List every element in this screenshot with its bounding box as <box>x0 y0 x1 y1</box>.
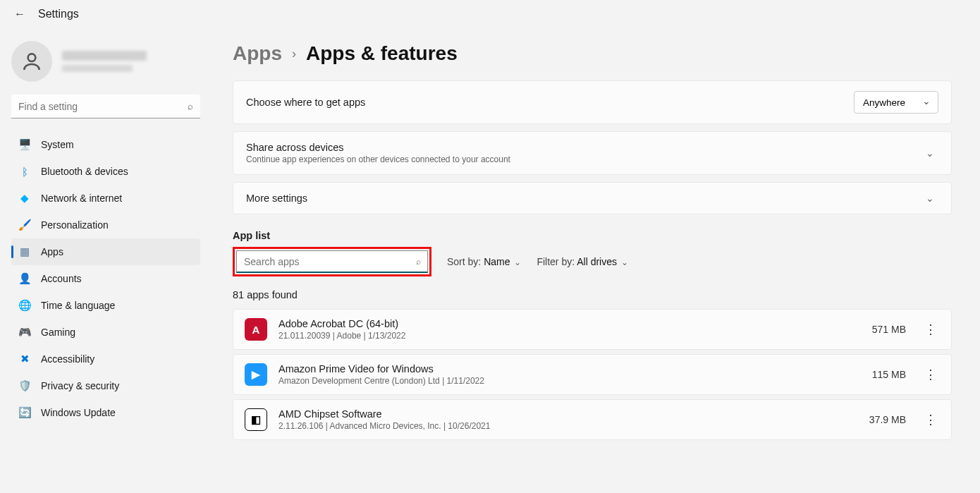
filter-label: Filter by: <box>537 256 575 267</box>
time-language-icon: 🌐 <box>18 299 31 312</box>
app-info: Adobe Acrobat DC (64-bit)21.011.20039 | … <box>278 318 845 341</box>
app-list: AAdobe Acrobat DC (64-bit)21.011.20039 |… <box>233 309 952 440</box>
person-icon <box>20 50 43 73</box>
app-info: Amazon Prime Video for WindowsAmazon Dev… <box>278 363 845 386</box>
app-list-controls: ⌕ Sort by: Name ⌄ Filter by: All drives … <box>233 247 952 276</box>
app-name: AMD Chipset Software <box>278 408 845 420</box>
sidebar-item-label: Bluetooth & devices <box>41 166 128 177</box>
sidebar-item-windows-update[interactable]: 🔄Windows Update <box>11 399 200 426</box>
share-across-card[interactable]: Share across devices Continue app experi… <box>233 131 952 175</box>
sidebar-item-privacy-security[interactable]: 🛡️Privacy & security <box>11 372 200 399</box>
sidebar-item-personalization[interactable]: 🖌️Personalization <box>11 212 200 238</box>
system-icon: 🖥️ <box>18 138 31 151</box>
app-info: AMD Chipset Software2.11.26.106 | Advanc… <box>278 408 845 431</box>
choose-where-dropdown[interactable]: Anywhere <box>854 91 938 114</box>
choose-where-title: Choose where to get apps <box>246 97 365 108</box>
sidebar-item-label: Gaming <box>41 327 75 338</box>
share-across-sub: Continue app experiences on other device… <box>246 154 510 164</box>
search-apps-highlight: ⌕ <box>233 247 431 276</box>
app-size: 115 MB <box>857 369 906 380</box>
choose-where-card[interactable]: Choose where to get apps Anywhere <box>233 80 952 124</box>
avatar <box>11 41 52 82</box>
apps-icon: ▦ <box>18 245 31 258</box>
sidebar-item-label: Time & language <box>41 300 115 311</box>
personalization-icon: 🖌️ <box>18 219 31 231</box>
more-settings-card[interactable]: More settings ⌄ <box>233 182 952 214</box>
more-options-icon[interactable]: ⋮ <box>921 412 940 427</box>
find-setting-input[interactable] <box>11 95 200 118</box>
chevron-down-icon: ⌄ <box>921 193 938 204</box>
app-list-heading: App list <box>233 230 952 241</box>
sort-value: Name <box>484 256 510 267</box>
app-size: 37.9 MB <box>857 414 906 425</box>
app-icon: ◧ <box>245 408 267 431</box>
search-icon: ⌕ <box>188 101 193 111</box>
search-icon: ⌕ <box>416 257 421 267</box>
sidebar-item-label: Network & internet <box>41 193 122 204</box>
apps-found-count: 81 apps found <box>233 289 952 300</box>
sidebar-item-label: Personalization <box>41 219 109 231</box>
app-meta: 2.11.26.106 | Advanced Micro Devices, In… <box>278 421 845 431</box>
sidebar-item-label: Privacy & security <box>41 380 119 391</box>
sidebar-item-accounts[interactable]: 👤Accounts <box>11 265 200 292</box>
more-options-icon[interactable]: ⋮ <box>921 322 940 337</box>
titlebar: ← Settings <box>0 0 980 28</box>
find-setting-wrap: ⌕ <box>11 95 200 118</box>
chevron-down-icon: ⌄ <box>514 257 521 267</box>
sidebar-nav: 🖥️SystemᛒBluetooth & devices◆Network & i… <box>11 131 200 426</box>
app-row[interactable]: ▶Amazon Prime Video for WindowsAmazon De… <box>233 354 952 395</box>
svg-point-0 <box>28 54 36 61</box>
chevron-down-icon: ⌄ <box>921 147 938 159</box>
breadcrumb: Apps › Apps & features <box>233 42 952 65</box>
sort-label: Sort by: <box>447 256 481 267</box>
chevron-down-icon: ⌄ <box>621 257 628 267</box>
app-icon: A <box>245 318 267 341</box>
accessibility-icon: ✖ <box>18 353 31 365</box>
sidebar: ⌕ 🖥️SystemᛒBluetooth & devices◆Network &… <box>0 28 212 493</box>
search-apps-input[interactable] <box>236 250 428 273</box>
sidebar-item-accessibility[interactable]: ✖Accessibility <box>11 346 200 372</box>
sidebar-item-network-internet[interactable]: ◆Network & internet <box>11 185 200 212</box>
accounts-icon: 👤 <box>18 272 31 285</box>
window-title: Settings <box>38 8 79 20</box>
app-row[interactable]: AAdobe Acrobat DC (64-bit)21.011.20039 |… <box>233 309 952 350</box>
profile-sub-redacted <box>62 65 133 72</box>
sidebar-item-time-language[interactable]: 🌐Time & language <box>11 292 200 319</box>
app-size: 571 MB <box>857 324 906 335</box>
sidebar-item-label: Accounts <box>41 273 82 284</box>
sidebar-item-apps[interactable]: ▦Apps <box>11 238 200 265</box>
share-across-title: Share across devices <box>246 142 510 153</box>
filter-value: All drives <box>577 256 617 267</box>
app-meta: 21.011.20039 | Adobe | 1/13/2022 <box>278 331 845 341</box>
chevron-right-icon: › <box>292 47 296 61</box>
windows-update-icon: 🔄 <box>18 406 31 419</box>
main-content: Apps › Apps & features Choose where to g… <box>212 28 980 493</box>
profile-block[interactable] <box>11 41 200 82</box>
bluetooth-devices-icon: ᛒ <box>18 165 31 178</box>
filter-by[interactable]: Filter by: All drives ⌄ <box>537 256 628 267</box>
more-settings-title: More settings <box>246 193 307 204</box>
app-row[interactable]: ◧AMD Chipset Software2.11.26.106 | Advan… <box>233 399 952 440</box>
privacy-security-icon: 🛡️ <box>18 379 31 392</box>
back-icon[interactable]: ← <box>14 8 25 20</box>
app-meta: Amazon Development Centre (London) Ltd |… <box>278 376 845 386</box>
network-internet-icon: ◆ <box>18 192 31 205</box>
app-icon: ▶ <box>245 363 267 386</box>
sidebar-item-system[interactable]: 🖥️System <box>11 131 200 158</box>
profile-name-redacted <box>62 51 147 61</box>
sidebar-item-gaming[interactable]: 🎮Gaming <box>11 319 200 346</box>
breadcrumb-parent[interactable]: Apps <box>233 42 282 65</box>
app-name: Amazon Prime Video for Windows <box>278 363 845 375</box>
sidebar-item-label: Accessibility <box>41 353 94 365</box>
sidebar-item-label: Windows Update <box>41 407 116 418</box>
breadcrumb-current: Apps & features <box>306 42 458 65</box>
more-options-icon[interactable]: ⋮ <box>921 367 940 382</box>
sidebar-item-bluetooth-devices[interactable]: ᛒBluetooth & devices <box>11 158 200 185</box>
app-name: Adobe Acrobat DC (64-bit) <box>278 318 845 329</box>
gaming-icon: 🎮 <box>18 326 31 339</box>
sidebar-item-label: System <box>41 139 74 150</box>
sort-by[interactable]: Sort by: Name ⌄ <box>447 256 521 267</box>
sidebar-item-label: Apps <box>41 246 63 257</box>
